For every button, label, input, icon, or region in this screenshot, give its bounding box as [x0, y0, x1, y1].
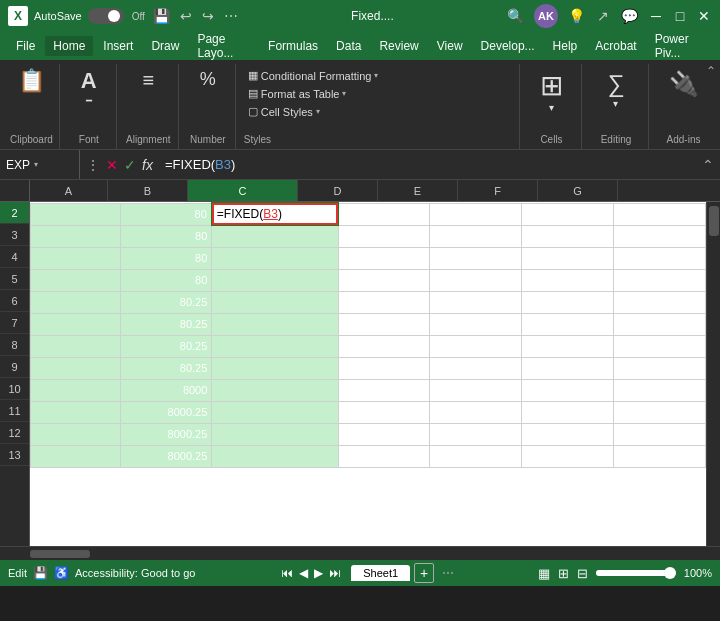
scrollbar-thumb[interactable]	[709, 206, 719, 236]
cells-button[interactable]: ⊞ ▾	[534, 68, 569, 117]
menu-powerpivot[interactable]: Power Piv...	[647, 29, 712, 63]
cell-e5[interactable]	[430, 269, 522, 291]
formula-fx-button[interactable]: fx	[140, 157, 155, 173]
number-button[interactable]: %	[189, 68, 227, 90]
col-header-g[interactable]: G	[538, 180, 618, 201]
maximize-button[interactable]: □	[672, 8, 688, 24]
redo-icon[interactable]: ↪	[200, 6, 216, 26]
cell-d4[interactable]	[338, 247, 430, 269]
help-icon[interactable]: 💡	[566, 6, 587, 26]
col-header-b[interactable]: B	[108, 180, 188, 201]
formula-cancel-button[interactable]: ✕	[104, 157, 120, 173]
menu-data[interactable]: Data	[328, 36, 369, 56]
cell-b2[interactable]: 80	[120, 203, 212, 225]
row-num-13[interactable]: 13	[0, 444, 29, 466]
cell-f8[interactable]	[522, 335, 614, 357]
row-num-3[interactable]: 3	[0, 224, 29, 246]
cell-e11[interactable]	[430, 401, 522, 423]
menu-formulas[interactable]: Formulas	[260, 36, 326, 56]
row-num-4[interactable]: 4	[0, 246, 29, 268]
cell-g2[interactable]	[614, 203, 706, 225]
editing-button[interactable]: ∑ ▾	[601, 68, 630, 113]
cell-e10[interactable]	[430, 379, 522, 401]
cell-b13[interactable]: 8000.25	[120, 445, 212, 467]
cell-g4[interactable]	[614, 247, 706, 269]
cell-f2[interactable]	[522, 203, 614, 225]
cell-c2-active[interactable]: =FIXED(B3)	[212, 203, 338, 225]
cell-a3[interactable]	[31, 225, 121, 247]
cell-d13[interactable]	[338, 445, 430, 467]
addins-button[interactable]: 🔌	[663, 68, 705, 100]
cell-a6[interactable]	[31, 291, 121, 313]
cell-d10[interactable]	[338, 379, 430, 401]
cell-b8[interactable]: 80.25	[120, 335, 212, 357]
cell-c3[interactable]	[212, 225, 338, 247]
cell-f11[interactable]	[522, 401, 614, 423]
cell-c6[interactable]	[212, 291, 338, 313]
menu-review[interactable]: Review	[371, 36, 426, 56]
cell-d9[interactable]	[338, 357, 430, 379]
sheet-nav-first[interactable]: ⏮	[279, 566, 295, 580]
clipboard-button[interactable]: 📋	[12, 68, 50, 94]
accessibility-icon[interactable]: ♿	[54, 566, 69, 580]
cell-d7[interactable]	[338, 313, 430, 335]
sheet-tab-sheet1[interactable]: Sheet1	[351, 565, 410, 581]
autosave-toggle[interactable]	[88, 8, 124, 24]
minimize-button[interactable]: ─	[648, 8, 664, 24]
cell-f6[interactable]	[522, 291, 614, 313]
col-header-f[interactable]: F	[458, 180, 538, 201]
cell-b10[interactable]: 8000	[120, 379, 212, 401]
sheet-nav-prev[interactable]: ◀	[297, 566, 310, 580]
col-header-d[interactable]: D	[298, 180, 378, 201]
cell-c10[interactable]	[212, 379, 338, 401]
avatar[interactable]: AK	[534, 4, 558, 28]
conditional-formatting-button[interactable]: ▦ Conditional Formatting ▾	[244, 68, 513, 83]
row-num-11[interactable]: 11	[0, 400, 29, 422]
ribbon-collapse-button[interactable]: ⌃	[706, 64, 716, 78]
layout-page-icon[interactable]: ⊞	[558, 566, 569, 581]
cell-b3[interactable]: 80	[120, 225, 212, 247]
cell-f7[interactable]	[522, 313, 614, 335]
row-num-9[interactable]: 9	[0, 356, 29, 378]
col-header-c[interactable]: C	[188, 180, 298, 201]
cell-b4[interactable]: 80	[120, 247, 212, 269]
cell-g9[interactable]	[614, 357, 706, 379]
more-icon[interactable]: ⋯	[222, 6, 240, 26]
menu-file[interactable]: File	[8, 36, 43, 56]
comments-icon[interactable]: 💬	[619, 6, 640, 26]
alignment-button[interactable]: ≡	[129, 68, 167, 92]
cell-c9[interactable]	[212, 357, 338, 379]
cell-e2[interactable]	[430, 203, 522, 225]
cell-g13[interactable]	[614, 445, 706, 467]
cell-c11[interactable]	[212, 401, 338, 423]
row-num-12[interactable]: 12	[0, 422, 29, 444]
format-as-table-button[interactable]: ▤ Format as Table ▾	[244, 86, 513, 101]
layout-preview-icon[interactable]: ⊟	[577, 566, 588, 581]
row-num-2[interactable]: 2	[0, 202, 29, 224]
cell-g5[interactable]	[614, 269, 706, 291]
search-icon[interactable]: 🔍	[505, 6, 526, 26]
cell-a2[interactable]	[31, 203, 121, 225]
sheets-more-button[interactable]: ⋯	[442, 566, 454, 580]
cell-d12[interactable]	[338, 423, 430, 445]
formula-input[interactable]: =FIXED(B3)	[159, 150, 696, 179]
cell-c13[interactable]	[212, 445, 338, 467]
cell-b12[interactable]: 8000.25	[120, 423, 212, 445]
cell-a11[interactable]	[31, 401, 121, 423]
cell-b11[interactable]: 8000.25	[120, 401, 212, 423]
cell-e13[interactable]	[430, 445, 522, 467]
close-button[interactable]: ✕	[696, 8, 712, 24]
cell-b5[interactable]: 80	[120, 269, 212, 291]
col-header-e[interactable]: E	[378, 180, 458, 201]
cell-a10[interactable]	[31, 379, 121, 401]
sheet-nav-last[interactable]: ⏭	[327, 566, 343, 580]
cell-g7[interactable]	[614, 313, 706, 335]
h-scrollbar-thumb[interactable]	[30, 550, 90, 558]
cell-g10[interactable]	[614, 379, 706, 401]
cell-d11[interactable]	[338, 401, 430, 423]
menu-developer[interactable]: Develop...	[473, 36, 543, 56]
name-box[interactable]: EXP ▾	[0, 150, 80, 179]
cell-g11[interactable]	[614, 401, 706, 423]
menu-insert[interactable]: Insert	[95, 36, 141, 56]
cell-a5[interactable]	[31, 269, 121, 291]
